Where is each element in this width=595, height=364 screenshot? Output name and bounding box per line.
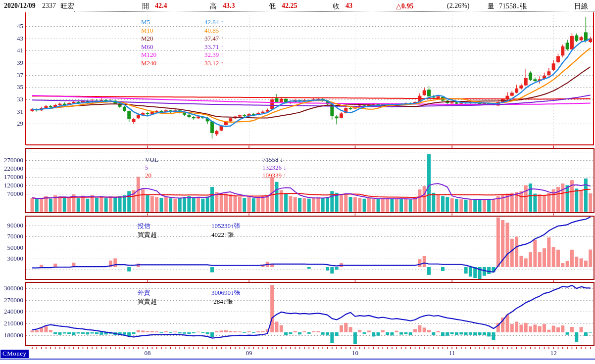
date-label: 2020/12/09 (4, 2, 36, 10)
price-y-tick: 33 (1, 95, 23, 103)
vol-ma5-label: 5 (145, 164, 149, 172)
ma-legend-value: 33.12 ↑ (204, 59, 224, 67)
foreign-y-tick: 300000 (1, 284, 23, 292)
high-label: 高 (210, 2, 217, 11)
price-y-tick: 31 (1, 108, 23, 116)
price-y-tick: 43 (1, 35, 23, 43)
volume-y-tick: 170000 (1, 173, 23, 181)
volume-y-tick: 220000 (1, 165, 23, 173)
change-pct: (2.26%) (447, 2, 470, 10)
price-y-tick: 39 (1, 59, 23, 67)
stock-id: 2337 (42, 2, 56, 10)
month-label: 08 (140, 349, 155, 357)
change-value: △0.95 (396, 2, 413, 10)
ma-legend-label: M120 (141, 51, 156, 59)
month-label: 10 (347, 349, 362, 357)
price-volume-chart-canvas[interactable] (0, 0, 595, 364)
trust-y-tick: 90000 (1, 222, 23, 229)
vol-legend-value: 71558 ↓ (262, 156, 283, 164)
vol-legend-label: VOL (145, 156, 158, 164)
month-label: 12 (546, 349, 561, 357)
close-value: 43 (346, 2, 352, 10)
price-y-tick: 45 (1, 22, 23, 30)
high-value: 43.3 (223, 2, 235, 10)
volume-y-tick: 270000 (1, 156, 23, 164)
ma-legend-value: 33.71 ↑ (204, 43, 224, 51)
trust-net-value: 4022↑張 (211, 230, 234, 239)
trust-y-tick: 50000 (1, 244, 23, 252)
foreign-y-tick: 270000 (1, 296, 23, 304)
ma-legend-value: 32.39 ↑ (204, 51, 224, 59)
vol-ma20-label: 20 (145, 172, 151, 180)
trust-holding: 105230↑張 (211, 222, 241, 230)
ma-legend-value: 42.84 ↑ (204, 18, 224, 26)
stock-chart-app: { "header": { "date": "2020/12/09", "sto… (0, 0, 595, 364)
period-selector[interactable]: 日線 (574, 2, 588, 11)
ma-legend-value: 37.47 ↑ (204, 35, 224, 43)
trust-name: 投信 (138, 222, 150, 230)
volume-label: 量 (488, 2, 495, 11)
open-value: 42.4 (155, 2, 167, 10)
volume-value: 71558↓張 (499, 2, 527, 11)
stock-name: 旺宏 (60, 2, 74, 11)
volume-y-tick: 70000 (1, 190, 23, 198)
close-label: 收 (333, 2, 340, 11)
foreign-holding: 300690↓張 (211, 288, 241, 297)
ma-legend-label: M5 (141, 18, 150, 26)
trust-y-tick: 70000 (1, 232, 23, 240)
header-divider (74, 11, 595, 12)
vol-ma20-value: 109339 ↑ (262, 172, 287, 180)
low-label: 低 (269, 2, 276, 11)
trust-net-label: 買賣超 (138, 230, 157, 239)
ma-legend-label: M20 (141, 35, 153, 43)
month-label: 09 (242, 349, 256, 357)
vol-ma5-value: 132326 ↓ (262, 164, 287, 172)
ma-legend-value: 40.85 ↑ (204, 27, 224, 35)
price-y-tick: 41 (1, 46, 23, 54)
open-label: 開 (142, 2, 149, 11)
price-y-tick: 35 (1, 83, 23, 91)
foreign-y-tick: 210000 (1, 319, 23, 327)
month-label: 11 (445, 349, 459, 357)
ma-legend-label: M10 (141, 27, 153, 35)
low-value: 42.25 (282, 2, 298, 10)
foreign-net-value: -284↓張 (211, 297, 233, 306)
volume-y-tick: 120000 (1, 182, 23, 189)
foreign-name: 外資 (138, 288, 150, 297)
foreign-y-tick: 240000 (1, 308, 23, 316)
cmoney-logo: CMoney (0, 350, 29, 358)
foreign-y-tick: 180000 (1, 331, 23, 339)
foreign-net-label: 買賣超 (138, 297, 157, 306)
price-y-tick: 37 (1, 71, 23, 79)
ma-legend-label: M60 (141, 43, 153, 51)
ma-legend-label: M240 (141, 59, 156, 67)
price-y-tick: 29 (1, 120, 23, 128)
trust-y-tick: 30000 (1, 255, 23, 263)
